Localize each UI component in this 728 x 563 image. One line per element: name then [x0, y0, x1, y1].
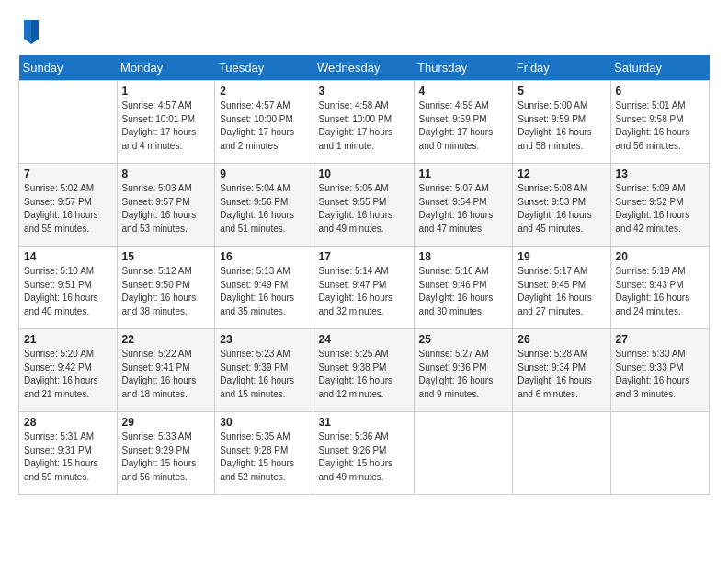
day-number: 17 [318, 250, 408, 263]
calendar-cell: 1Sunrise: 4:57 AM Sunset: 10:01 PM Dayli… [117, 81, 215, 164]
day-number: 14 [24, 250, 112, 263]
calendar-cell: 21Sunrise: 5:20 AM Sunset: 9:42 PM Dayli… [19, 329, 118, 412]
day-info: Sunrise: 4:58 AM Sunset: 10:00 PM Daylig… [318, 99, 408, 153]
day-number: 7 [24, 167, 112, 180]
day-number: 23 [220, 333, 308, 346]
page-header [18, 18, 710, 46]
day-number: 22 [122, 333, 210, 346]
day-info: Sunrise: 5:23 AM Sunset: 9:39 PM Dayligh… [220, 348, 308, 401]
day-number: 1 [122, 85, 210, 98]
calendar-week-row: 7Sunrise: 5:02 AM Sunset: 9:57 PM Daylig… [19, 164, 710, 247]
calendar-cell: 29Sunrise: 5:33 AM Sunset: 9:29 PM Dayli… [117, 412, 215, 495]
day-number: 12 [518, 167, 605, 180]
day-info: Sunrise: 5:13 AM Sunset: 9:49 PM Dayligh… [220, 265, 308, 318]
day-info: Sunrise: 5:04 AM Sunset: 9:56 PM Dayligh… [220, 182, 308, 236]
day-number: 2 [220, 85, 308, 98]
day-number: 25 [419, 333, 508, 346]
day-number: 18 [419, 250, 508, 263]
day-info: Sunrise: 5:00 AM Sunset: 9:59 PM Dayligh… [518, 99, 605, 153]
calendar-cell: 9Sunrise: 5:04 AM Sunset: 9:56 PM Daylig… [215, 164, 313, 247]
day-info: Sunrise: 5:02 AM Sunset: 9:57 PM Dayligh… [24, 182, 112, 236]
calendar-cell: 26Sunrise: 5:28 AM Sunset: 9:34 PM Dayli… [513, 329, 610, 412]
day-info: Sunrise: 5:12 AM Sunset: 9:50 PM Dayligh… [122, 265, 210, 318]
calendar-cell [513, 412, 610, 495]
day-info: Sunrise: 5:36 AM Sunset: 9:26 PM Dayligh… [318, 431, 408, 484]
calendar-cell [610, 412, 709, 495]
calendar-week-row: 21Sunrise: 5:20 AM Sunset: 9:42 PM Dayli… [19, 329, 710, 412]
calendar-cell: 13Sunrise: 5:09 AM Sunset: 9:52 PM Dayli… [610, 164, 709, 247]
day-info: Sunrise: 5:20 AM Sunset: 9:42 PM Dayligh… [24, 348, 112, 401]
day-number: 4 [419, 85, 508, 98]
day-info: Sunrise: 5:05 AM Sunset: 9:55 PM Dayligh… [318, 182, 408, 236]
day-info: Sunrise: 5:09 AM Sunset: 9:52 PM Dayligh… [616, 182, 704, 236]
day-number: 19 [518, 250, 605, 263]
calendar-cell: 16Sunrise: 5:13 AM Sunset: 9:49 PM Dayli… [215, 247, 313, 329]
day-info: Sunrise: 5:28 AM Sunset: 9:34 PM Dayligh… [518, 348, 605, 401]
calendar-header-row: SundayMondayTuesdayWednesdayThursdayFrid… [19, 55, 710, 81]
day-info: Sunrise: 5:10 AM Sunset: 9:51 PM Dayligh… [24, 265, 112, 318]
calendar-cell [19, 81, 118, 164]
logo [18, 18, 42, 46]
calendar-cell [414, 412, 513, 495]
day-number: 5 [518, 85, 605, 98]
day-info: Sunrise: 5:07 AM Sunset: 9:54 PM Dayligh… [419, 182, 508, 236]
day-of-week-header: Saturday [610, 55, 709, 81]
day-of-week-header: Tuesday [215, 55, 313, 81]
day-number: 15 [122, 250, 210, 263]
calendar-cell: 2Sunrise: 4:57 AM Sunset: 10:00 PM Dayli… [215, 81, 313, 164]
day-number: 29 [122, 416, 210, 429]
calendar-cell: 7Sunrise: 5:02 AM Sunset: 9:57 PM Daylig… [19, 164, 118, 247]
day-info: Sunrise: 5:27 AM Sunset: 9:36 PM Dayligh… [419, 348, 508, 401]
calendar-cell: 23Sunrise: 5:23 AM Sunset: 9:39 PM Dayli… [215, 329, 313, 412]
calendar-cell: 10Sunrise: 5:05 AM Sunset: 9:55 PM Dayli… [313, 164, 414, 247]
calendar-cell: 20Sunrise: 5:19 AM Sunset: 9:43 PM Dayli… [610, 247, 709, 329]
day-of-week-header: Wednesday [313, 55, 414, 81]
calendar-cell: 3Sunrise: 4:58 AM Sunset: 10:00 PM Dayli… [313, 81, 414, 164]
calendar-cell: 11Sunrise: 5:07 AM Sunset: 9:54 PM Dayli… [414, 164, 513, 247]
day-info: Sunrise: 5:19 AM Sunset: 9:43 PM Dayligh… [616, 265, 704, 318]
day-info: Sunrise: 5:14 AM Sunset: 9:47 PM Dayligh… [318, 265, 408, 318]
day-info: Sunrise: 5:03 AM Sunset: 9:57 PM Dayligh… [122, 182, 210, 236]
calendar-cell: 15Sunrise: 5:12 AM Sunset: 9:50 PM Dayli… [117, 247, 215, 329]
day-number: 21 [24, 333, 112, 346]
day-of-week-header: Friday [513, 55, 610, 81]
day-info: Sunrise: 5:22 AM Sunset: 9:41 PM Dayligh… [122, 348, 210, 401]
calendar-table: SundayMondayTuesdayWednesdayThursdayFrid… [18, 55, 710, 495]
day-info: Sunrise: 5:30 AM Sunset: 9:33 PM Dayligh… [616, 348, 704, 401]
calendar-cell: 14Sunrise: 5:10 AM Sunset: 9:51 PM Dayli… [19, 247, 118, 329]
calendar-cell: 19Sunrise: 5:17 AM Sunset: 9:45 PM Dayli… [513, 247, 610, 329]
calendar-cell: 25Sunrise: 5:27 AM Sunset: 9:36 PM Dayli… [414, 329, 513, 412]
day-number: 9 [220, 167, 308, 180]
logo-icon [20, 18, 42, 46]
day-number: 3 [318, 85, 408, 98]
calendar-cell: 6Sunrise: 5:01 AM Sunset: 9:58 PM Daylig… [610, 81, 709, 164]
calendar-week-row: 1Sunrise: 4:57 AM Sunset: 10:01 PM Dayli… [19, 81, 710, 164]
calendar-cell: 28Sunrise: 5:31 AM Sunset: 9:31 PM Dayli… [19, 412, 118, 495]
day-info: Sunrise: 4:59 AM Sunset: 9:59 PM Dayligh… [419, 99, 508, 153]
day-info: Sunrise: 5:25 AM Sunset: 9:38 PM Dayligh… [318, 348, 408, 401]
day-of-week-header: Sunday [19, 55, 118, 81]
day-info: Sunrise: 5:01 AM Sunset: 9:58 PM Dayligh… [616, 99, 704, 153]
day-number: 11 [419, 167, 508, 180]
calendar-cell: 27Sunrise: 5:30 AM Sunset: 9:33 PM Dayli… [610, 329, 709, 412]
day-of-week-header: Thursday [414, 55, 513, 81]
day-number: 8 [122, 167, 210, 180]
calendar-cell: 4Sunrise: 4:59 AM Sunset: 9:59 PM Daylig… [414, 81, 513, 164]
calendar-cell: 31Sunrise: 5:36 AM Sunset: 9:26 PM Dayli… [313, 412, 414, 495]
calendar-week-row: 28Sunrise: 5:31 AM Sunset: 9:31 PM Dayli… [19, 412, 710, 495]
calendar-cell: 22Sunrise: 5:22 AM Sunset: 9:41 PM Dayli… [117, 329, 215, 412]
day-number: 27 [616, 333, 704, 346]
day-info: Sunrise: 5:17 AM Sunset: 9:45 PM Dayligh… [518, 265, 605, 318]
day-of-week-header: Monday [117, 55, 215, 81]
day-number: 30 [220, 416, 308, 429]
day-number: 28 [24, 416, 112, 429]
day-info: Sunrise: 5:08 AM Sunset: 9:53 PM Dayligh… [518, 182, 605, 236]
calendar-cell: 30Sunrise: 5:35 AM Sunset: 9:28 PM Dayli… [215, 412, 313, 495]
calendar-week-row: 14Sunrise: 5:10 AM Sunset: 9:51 PM Dayli… [19, 247, 710, 329]
calendar-cell: 17Sunrise: 5:14 AM Sunset: 9:47 PM Dayli… [313, 247, 414, 329]
day-info: Sunrise: 4:57 AM Sunset: 10:01 PM Daylig… [122, 99, 210, 153]
day-number: 20 [616, 250, 704, 263]
day-number: 16 [220, 250, 308, 263]
day-number: 31 [318, 416, 408, 429]
day-number: 26 [518, 333, 605, 346]
